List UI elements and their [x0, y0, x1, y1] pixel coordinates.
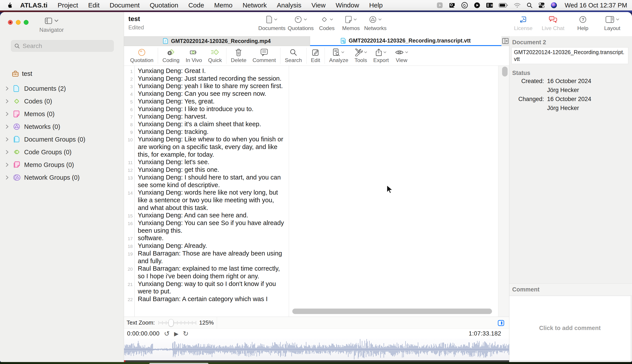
transcript-line[interactable]: 21Yunxiang Deng: way to quit so I don't …	[124, 280, 289, 295]
transcript-line[interactable]: 11Yunxiang Deng: let's see.	[124, 158, 289, 166]
help-button[interactable]: ? Help	[572, 14, 594, 31]
transcript-editor[interactable]: 1Yunxiang Deng: Great I. 2Yunxiang Deng:…	[124, 66, 289, 317]
chevron-right-icon[interactable]	[6, 175, 10, 180]
sidebar-item-code-groups[interactable]: Code Groups (0)	[0, 146, 124, 158]
menu-document[interactable]: Document	[110, 2, 140, 9]
transcript-line[interactable]: 18Yunxiang Deng: Already.	[124, 242, 289, 250]
chevron-right-icon[interactable]	[6, 112, 10, 116]
sidebar-item-networks[interactable]: Networks (0)	[0, 120, 124, 133]
transcript-line[interactable]: 7Yunxiang Deng: harvest.	[124, 113, 289, 120]
play-status-icon[interactable]	[474, 2, 480, 8]
menu-code[interactable]: Code	[188, 2, 204, 9]
menu-window[interactable]: Window	[336, 2, 359, 9]
quick-coding-button[interactable]: Quick	[205, 46, 225, 66]
transcript-line[interactable]: 17software.	[124, 234, 289, 242]
screen-record-status-icon[interactable]	[437, 2, 443, 8]
siri-icon[interactable]	[551, 2, 557, 8]
comment-editor[interactable]: Click to add comment	[509, 296, 630, 360]
menu-edit[interactable]: Edit	[88, 2, 100, 9]
play-button[interactable]: ▶	[174, 330, 178, 337]
menu-quotation[interactable]: Quotation	[150, 2, 178, 9]
transcript-line[interactable]: 19Raul Barragan: Those are have already …	[124, 250, 289, 265]
media-pane[interactable]	[289, 66, 498, 317]
tools-button[interactable]: Tools	[351, 46, 370, 66]
coding-button[interactable]: Coding	[159, 46, 182, 66]
transcript-line[interactable]: 10Yunxiang Deng: Like whew to do when yo…	[124, 136, 289, 158]
spotlight-icon[interactable]	[526, 2, 533, 8]
slider-thumb[interactable]	[168, 319, 173, 326]
transcript-line[interactable]: 12Yunxiang Deng: get this one.	[124, 166, 289, 174]
menu-help[interactable]: Help	[369, 2, 383, 9]
sidebar-search-input[interactable]: Search	[11, 40, 114, 52]
edit-button[interactable]: Edit	[308, 46, 323, 66]
playhead-marker[interactable]	[124, 360, 125, 362]
horizontal-scrollbar[interactable]	[292, 308, 492, 314]
quotations-menu-button[interactable]: ” Quotations	[288, 14, 314, 31]
menubar-app-name[interactable]: ATLAS.ti	[20, 2, 47, 9]
transcript-line[interactable]: 1Yunxiang Deng: Great I.	[124, 67, 289, 75]
rewind-icon[interactable]: ↺	[164, 330, 170, 337]
menu-memo[interactable]: Memo	[214, 2, 232, 9]
transcript-line[interactable]: 9Yunxiang Deng: tracking.	[124, 128, 289, 136]
chevron-right-icon[interactable]	[6, 124, 10, 129]
chevron-right-icon[interactable]	[6, 150, 10, 154]
document-name-field[interactable]: GMT20220124-120326_Recording.transcript.…	[512, 47, 628, 64]
transcript-line[interactable]: 20Raul Barragan: explained to me last ti…	[124, 265, 289, 280]
transcript-line[interactable]: 3Yunxiang Deng: yeah I like to share my …	[124, 82, 289, 90]
creative-cloud-icon[interactable]	[461, 2, 468, 9]
minimize-window-button[interactable]	[16, 20, 21, 25]
battery-icon[interactable]	[499, 3, 508, 8]
split-editor-icon[interactable]	[502, 38, 509, 44]
search-button[interactable]: Search	[282, 46, 305, 66]
tab-recording-transcript-vtt[interactable]: GMT20220124-120326_Recording.transcript.…	[310, 36, 501, 46]
sidebar-item-document-groups[interactable]: Document Groups (0)	[0, 133, 124, 146]
navigator-switcher[interactable]: Navigator	[33, 17, 70, 33]
apple-icon[interactable]	[8, 2, 12, 8]
codes-menu-button[interactable]: Codes	[316, 14, 338, 31]
transcript-line[interactable]: 16Yunxiang Deng: You can see So if you h…	[124, 219, 289, 234]
sidebar-item-network-groups[interactable]: Network Groups (0)	[0, 171, 124, 184]
tab-recording-mp4[interactable]: ♪ GMT20220124-120326_Recording.mp4	[124, 36, 310, 46]
transcript-line[interactable]: 14Yunxiang Deng: words here like not ver…	[124, 189, 289, 212]
menu-network[interactable]: Network	[243, 2, 267, 9]
transcript-line[interactable]: 6Yunxiang Deng: I like to introduce you …	[124, 105, 289, 113]
sidebar-item-documents[interactable]: Documents (2)	[0, 82, 124, 95]
chevron-right-icon[interactable]	[6, 162, 10, 167]
control-center-icon[interactable]	[538, 2, 545, 8]
close-window-button[interactable]	[8, 20, 13, 25]
license-button[interactable]: License	[512, 14, 534, 31]
analyze-button[interactable]: Analyze	[326, 46, 351, 66]
view-button[interactable]: View	[392, 46, 411, 66]
capture-app-icon[interactable]	[449, 2, 455, 8]
menu-project[interactable]: Project	[58, 2, 78, 9]
chevron-right-icon[interactable]	[6, 137, 10, 142]
networks-menu-button[interactable]: Networks	[364, 14, 386, 31]
transcript-line[interactable]: 15Yunxiang Deng: And can see here and.	[124, 212, 289, 219]
delete-button[interactable]: Delete	[228, 46, 250, 66]
zoom-window-button[interactable]	[24, 20, 29, 25]
transcript-line[interactable]: 8Yunxiang Deng: it's a claim sheet that …	[124, 120, 289, 128]
transcript-line[interactable]: 13Yunxiang Deng: I should here to start,…	[124, 174, 289, 189]
documents-menu-button[interactable]: Documents	[258, 14, 286, 31]
keyboard-menu-icon[interactable]: ⌘	[486, 2, 493, 8]
memos-menu-button[interactable]: Memos	[340, 14, 362, 31]
menu-analysis[interactable]: Analysis	[277, 2, 301, 9]
transcript-line[interactable]: 4Yunxiang Deng: Can you see my screen no…	[124, 90, 289, 98]
sidebar-item-memos[interactable]: Memos (0)	[0, 108, 124, 120]
sidebar-item-memo-groups[interactable]: Memo Groups (0)	[0, 158, 124, 171]
text-zoom-slider[interactable]	[158, 318, 196, 327]
chevron-right-icon[interactable]	[6, 86, 10, 91]
wifi-icon[interactable]	[514, 3, 521, 8]
live-chat-button[interactable]: Live Chat	[542, 14, 564, 31]
menubar-clock[interactable]: Wed 16 Oct 12:37 PM	[565, 2, 627, 9]
transcript-line[interactable]: 22Raul Barragan: A certain category whic…	[124, 295, 289, 303]
audio-waveform[interactable]	[124, 338, 509, 360]
menu-view[interactable]: View	[311, 2, 325, 9]
toggle-margin-panel-icon[interactable]	[498, 320, 504, 326]
quotation-button[interactable]: ” Quotation	[127, 46, 156, 66]
in-vivo-button[interactable]: In Vivo	[182, 46, 205, 66]
export-button[interactable]: Export	[370, 46, 392, 66]
vertical-scrollbar[interactable]	[502, 66, 508, 76]
transcript-line[interactable]: 2Yunxiang Deng: Just started recording t…	[124, 75, 289, 82]
vertical-scrollbar-track[interactable]	[498, 66, 509, 317]
